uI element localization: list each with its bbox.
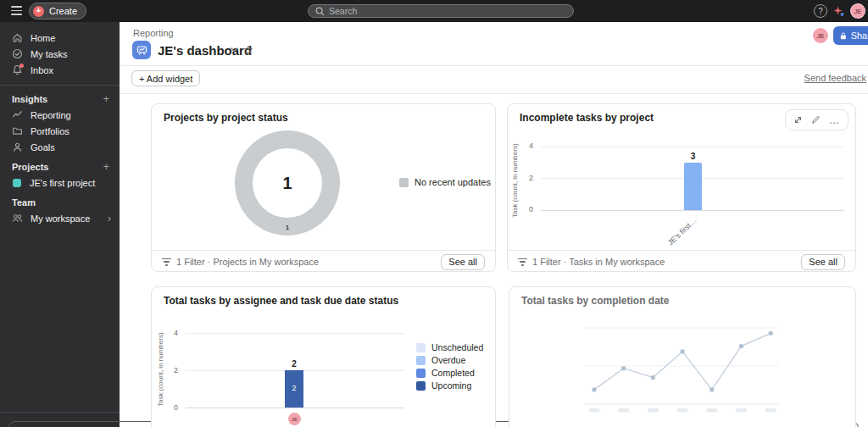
chevron-right-icon[interactable]: › — [108, 213, 111, 225]
filter-icon — [518, 258, 527, 266]
widget-tasks-by-assignee: Total tasks by assignee and task due dat… — [151, 286, 496, 427]
sidebar-item-my-tasks[interactable]: My tasks — [0, 46, 120, 62]
search-placeholder: Search — [329, 6, 357, 16]
sidebar-section-projects[interactable]: Projects + — [0, 158, 120, 175]
sidebar-item-home[interactable]: Home — [0, 30, 120, 46]
bar-value-label: 3 — [684, 152, 702, 161]
y-axis-label: Task (count, in numbers) — [157, 328, 164, 411]
sidebar-item-label: Portfolios — [31, 126, 111, 136]
widget-toolbar: … — [785, 109, 849, 130]
sidebar-item-inbox[interactable]: Inbox — [0, 62, 120, 78]
widget-tasks-by-completion: Total tasks by completion date — [509, 286, 856, 427]
more-options-icon[interactable]: … — [829, 119, 840, 122]
filter-icon — [162, 258, 171, 266]
widget-title: Total tasks by completion date — [521, 295, 669, 307]
y-tick: 4 — [166, 329, 178, 337]
widget-projects-by-status: Projects by project status 1 1 No recent… — [151, 103, 496, 272]
sidebar-section-team: Team — [0, 194, 120, 210]
topbar: + Create Search ? JE — [0, 0, 868, 22]
legend-label: Upcoming — [431, 380, 471, 391]
bar-total-label: 2 — [285, 359, 303, 369]
send-feedback-link[interactable]: Send feedback — [804, 73, 866, 83]
bar-plot-area — [186, 333, 404, 408]
sidebar-item-label: My workspace — [31, 214, 100, 224]
search-input[interactable]: Search — [308, 4, 574, 18]
legend-swatch — [416, 356, 426, 365]
legend-swatch — [416, 381, 426, 391]
notification-dot — [19, 64, 24, 68]
help-label: ? — [818, 7, 823, 16]
section-label: Team — [12, 197, 109, 208]
sidebar-section-insights[interactable]: Insights + — [0, 91, 120, 107]
search-icon — [315, 7, 325, 16]
header-divider — [120, 65, 868, 66]
breadcrumb: Reporting — [133, 28, 174, 38]
y-tick: 2 — [166, 366, 178, 374]
widget-title: Projects by project status — [164, 112, 288, 124]
lock-icon — [840, 31, 847, 41]
dashboard-icon[interactable] — [132, 41, 151, 59]
sidebar-item-portfolios[interactable]: Portfolios — [0, 123, 120, 139]
section-label: Insights — [12, 94, 103, 104]
y-axis-label: Task (count, in numbers) — [511, 139, 519, 222]
folder-icon — [12, 125, 23, 136]
widget-footer: 1 Filter · Tasks in My workspace See all — [508, 250, 855, 273]
sidebar-item-label: Goals — [31, 142, 111, 152]
sidebar-item-label: My tasks — [31, 49, 111, 59]
ai-sparkle-icon[interactable] — [833, 6, 844, 17]
user-avatar[interactable]: JE — [850, 3, 865, 19]
section-label: Projects — [12, 162, 103, 172]
chevron-down-icon[interactable] — [231, 47, 238, 53]
sidebar-item-label: Home — [31, 33, 111, 43]
edit-pencil-icon[interactable] — [811, 115, 821, 125]
donut-slice-value: 1 — [235, 224, 340, 231]
widget-incomplete-tasks: Incomplete tasks by project … Task (coun… — [507, 103, 856, 272]
share-label: Share — [851, 30, 868, 41]
sidebar-divider — [0, 85, 120, 86]
widget-title: Total tasks by assignee and task due dat… — [164, 295, 398, 307]
help-button[interactable]: ? — [814, 4, 827, 18]
see-all-button[interactable]: See all — [441, 254, 485, 270]
axis-baseline — [186, 408, 404, 408]
sidebar-item-label: Inbox — [31, 65, 111, 75]
sidebar-item-workspace[interactable]: My workspace › — [0, 210, 120, 226]
see-all-button[interactable]: See all — [801, 254, 845, 270]
favorite-star-icon[interactable] — [243, 45, 253, 55]
legend-item: Overdue — [416, 355, 465, 365]
donut-chart[interactable]: 1 1 — [235, 130, 340, 236]
member-avatar[interactable]: JE — [813, 28, 828, 43]
legend-swatch — [416, 369, 426, 378]
legend-item: No recent updates — [399, 177, 491, 187]
donut-center-value: 1 — [282, 174, 292, 193]
share-button[interactable]: Share — [833, 26, 868, 45]
sidebar-item-goals[interactable]: Goals — [0, 139, 120, 155]
add-project-icon[interactable]: + — [103, 160, 109, 173]
legend-label: Unscheduled — [431, 342, 483, 352]
avatar-initials: JE — [292, 417, 298, 422]
sidebar-toggle-icon[interactable] — [11, 6, 22, 15]
project-color-dot — [13, 179, 21, 187]
add-insight-icon[interactable]: + — [103, 92, 109, 105]
avatar-initials: JE — [854, 8, 862, 14]
line-chart[interactable] — [582, 321, 782, 416]
team-icon — [12, 213, 23, 224]
sidebar-item-project[interactable]: JE's first project — [0, 175, 120, 191]
create-button[interactable]: + Create — [29, 3, 86, 19]
y-tick: 4 — [521, 141, 533, 150]
sidebar: Home My tasks Inbox Insights + Reporting… — [0, 22, 120, 427]
sidebar-item-label: Reporting — [31, 110, 111, 120]
expand-icon[interactable] — [793, 115, 803, 125]
add-widget-button[interactable]: + Add widget — [131, 70, 200, 86]
sidebar-item-reporting[interactable]: Reporting — [0, 107, 120, 123]
asana-dashboard: + Create Search ? JE Home My tasks Inb — [0, 0, 868, 427]
legend-swatch — [399, 178, 409, 187]
plus-icon: + — [33, 6, 44, 17]
bar-segment-label: 2 — [285, 384, 303, 392]
check-circle-icon — [12, 48, 23, 59]
assignee-avatar: JE — [288, 413, 301, 425]
home-icon — [12, 32, 23, 43]
widget-title: Incomplete tasks by project — [520, 112, 654, 124]
filter-summary: 1 Filter · Projects in My workspace — [176, 257, 436, 267]
y-tick: 0 — [166, 403, 178, 412]
bar-je-first-project[interactable] — [684, 163, 702, 210]
